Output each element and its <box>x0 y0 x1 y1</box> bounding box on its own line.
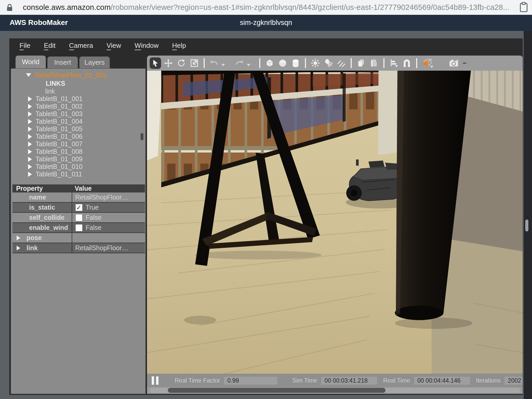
logger-button[interactable] <box>461 57 468 69</box>
scene-canvas[interactable] <box>147 71 523 374</box>
tab-layers[interactable]: Layers <box>79 56 110 68</box>
insert-sphere-button[interactable] <box>277 57 288 69</box>
point-light-button[interactable] <box>310 57 321 69</box>
menu-view[interactable]: View <box>100 40 128 51</box>
tab-world[interactable]: World <box>15 55 46 68</box>
expand-icon[interactable] <box>28 119 32 124</box>
simulation-status-bar: Real Time Factor 0.99 Sim Time 00 00:03:… <box>147 374 523 387</box>
collapse-icon[interactable] <box>26 73 31 77</box>
tree-item-model[interactable]: TabletB_01_008 <box>11 148 145 155</box>
insert-box-button[interactable] <box>264 57 275 69</box>
expand-icon[interactable] <box>28 111 32 117</box>
real-time-value: 00 00:04:44.146 <box>414 376 470 385</box>
checkbox-unchecked[interactable] <box>75 224 83 231</box>
tree-item-model[interactable]: TabletB_01_001 <box>11 95 145 103</box>
expand-icon[interactable] <box>28 142 32 147</box>
tree-item-model[interactable]: TabletB_01_005 <box>11 125 145 133</box>
render-viewport: Real Time Factor 0.99 Sim Time 00 00:03:… <box>147 55 523 394</box>
menu-camera[interactable]: Camera <box>62 40 100 51</box>
sphere-icon <box>278 58 287 68</box>
magnet-icon <box>402 58 412 68</box>
menu-file[interactable]: File <box>13 40 37 51</box>
insert-cylinder-button[interactable] <box>290 57 301 69</box>
world-panel: RetailShopFloor_01_001 LINKS link Tablet… <box>11 68 146 394</box>
view-angle-button[interactable] <box>421 57 435 69</box>
menu-bar: File Edit Camera View Window Help <box>10 39 522 52</box>
copy-button[interactable] <box>355 57 367 69</box>
tab-insert[interactable]: Insert <box>47 56 78 68</box>
property-row-pose[interactable]: pose <box>12 233 145 243</box>
dash-icon <box>463 62 467 64</box>
menu-window[interactable]: Window <box>128 40 165 51</box>
horizontal-scrollbar[interactable] <box>147 387 523 394</box>
property-row-name[interactable]: name RetailShopFloor… <box>12 192 145 203</box>
iterations-label: Iterations <box>476 377 501 384</box>
property-row-link[interactable]: link RetailShopFloor… <box>12 243 145 253</box>
tree-item-model[interactable]: TabletB_01_010 <box>11 163 145 170</box>
expand-icon[interactable] <box>28 104 32 109</box>
property-row-enable-wind[interactable]: enable_wind False <box>12 223 145 233</box>
clipboard-icon[interactable] <box>520 2 528 12</box>
tree-links-header: LINKS <box>11 79 145 87</box>
translate-tool-button[interactable] <box>163 57 174 69</box>
select-tool-button[interactable] <box>150 57 161 69</box>
toolbar-separator <box>305 58 306 68</box>
scrollbar-thumb[interactable] <box>168 388 386 393</box>
align-button[interactable] <box>388 57 400 69</box>
rotate-tool-button[interactable] <box>176 57 187 69</box>
vertical-scrollbar-thumb[interactable] <box>525 220 528 231</box>
undo-button[interactable] <box>208 57 220 69</box>
pause-button[interactable] <box>152 376 158 385</box>
url-text[interactable]: console.aws.amazon.com/robomaker/viewer?… <box>23 3 509 12</box>
checkbox-unchecked[interactable] <box>75 214 83 221</box>
tree-item-model[interactable]: TabletB_01_009 <box>11 155 145 163</box>
expand-icon[interactable] <box>17 246 20 250</box>
expand-icon[interactable] <box>28 96 32 102</box>
tree-item-link[interactable]: link <box>11 87 145 95</box>
expand-icon[interactable] <box>28 172 32 177</box>
menu-edit[interactable]: Edit <box>37 40 62 51</box>
undo-history-button[interactable] <box>221 64 225 66</box>
url-host: console.aws.amazon.com <box>23 3 111 11</box>
expand-icon[interactable] <box>28 127 32 132</box>
tree-item-root[interactable]: RetailShopFloor_01_001 <box>11 71 145 79</box>
panel-tabs: World Insert Layers <box>11 55 146 68</box>
cylinder-icon <box>291 58 300 68</box>
rotate-icon <box>177 59 186 68</box>
expand-icon[interactable] <box>28 149 32 154</box>
tree-item-model[interactable]: TabletB_01_007 <box>11 140 145 148</box>
tree-scrollbar-thumb[interactable] <box>141 133 143 140</box>
paste-button[interactable] <box>368 57 380 69</box>
toolbar-separator <box>416 58 417 68</box>
tree-item-model[interactable]: TabletB_01_004 <box>11 118 145 125</box>
tree-item-model[interactable]: TabletB_01_003 <box>11 110 145 118</box>
gazebo-client: File Edit Camera View Window Help World … <box>9 38 523 395</box>
screenshot-button[interactable] <box>448 57 460 69</box>
tree-item-model[interactable]: TabletB_01_006 <box>11 133 145 140</box>
expand-icon[interactable] <box>28 134 32 139</box>
browser-address-bar[interactable]: console.aws.amazon.com/robomaker/viewer?… <box>0 0 532 15</box>
expand-icon[interactable] <box>28 164 32 169</box>
menu-help[interactable]: Help <box>165 40 193 51</box>
camera-icon <box>449 58 460 68</box>
checkbox-checked[interactable]: ✓ <box>75 204 83 211</box>
property-row-self-collide[interactable]: self_collide False <box>12 213 145 223</box>
property-table-header: Property Value <box>12 184 145 192</box>
redo-history-button[interactable] <box>247 64 250 66</box>
scale-tool-button[interactable] <box>189 57 200 69</box>
spot-light-button[interactable] <box>323 57 334 69</box>
directional-light-button[interactable] <box>336 57 347 69</box>
expand-icon[interactable] <box>17 236 20 240</box>
sim-time-value: 00 00:03:41.218 <box>321 376 377 385</box>
property-row-is-static[interactable]: is_static ✓True <box>12 203 145 213</box>
tree-item-model[interactable]: TabletB_01_011 <box>11 170 145 178</box>
tree-item-model[interactable]: TabletB_01_002 <box>11 103 145 110</box>
toolbar-separator <box>259 58 260 68</box>
floor-shadow-smudge <box>184 316 216 324</box>
simulation-title: sim-zgknrlblvsqn <box>0 19 532 27</box>
expand-icon[interactable] <box>28 157 32 162</box>
redo-button[interactable] <box>234 57 245 69</box>
snap-button[interactable] <box>401 57 413 69</box>
real-time-factor-value: 0.99 <box>224 376 278 385</box>
simulation-scene <box>147 71 523 374</box>
